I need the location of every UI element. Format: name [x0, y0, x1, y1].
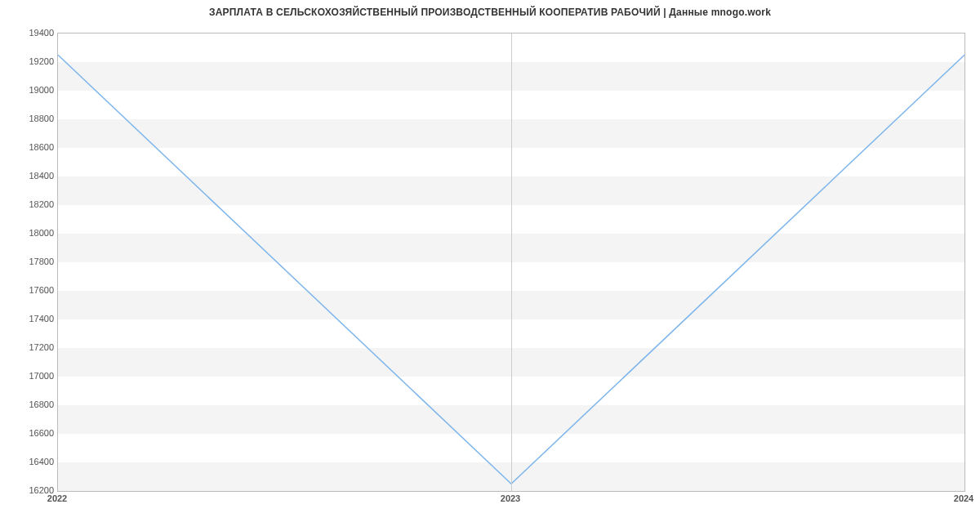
y-tick-label: 16800	[29, 399, 54, 409]
y-tick-label: 18600	[29, 142, 54, 152]
y-tick-label: 18000	[29, 228, 54, 238]
x-tick-label: 2022	[47, 493, 67, 503]
y-tick-label: 18800	[29, 114, 54, 123]
y-tick-label: 18200	[29, 199, 54, 209]
chart-container: ЗАРПЛАТА В СЕЛЬСКОХОЗЯЙСТВЕННЫЙ ПРОИЗВОД…	[0, 0, 980, 531]
y-tick-label: 16600	[29, 428, 54, 438]
y-tick-label: 17200	[29, 342, 54, 352]
y-tick-label: 19200	[29, 56, 54, 66]
chart-title: ЗАРПЛАТА В СЕЛЬСКОХОЗЯЙСТВЕННЫЙ ПРОИЗВОД…	[0, 7, 980, 18]
y-tick-label: 19400	[29, 28, 54, 38]
y-tick-label: 16400	[29, 457, 54, 466]
y-tick-label: 19000	[29, 85, 54, 95]
y-tick-label: 17400	[29, 314, 54, 324]
x-tick-label: 2023	[501, 493, 520, 503]
y-tick-label: 17000	[29, 371, 54, 381]
y-tick-label: 18400	[29, 171, 54, 181]
plot-area[interactable]	[57, 33, 965, 492]
y-tick-label: 17600	[29, 285, 54, 295]
x-tick-label: 2024	[954, 493, 973, 503]
y-tick-label: 17800	[29, 257, 54, 266]
x-gridline	[511, 33, 512, 491]
